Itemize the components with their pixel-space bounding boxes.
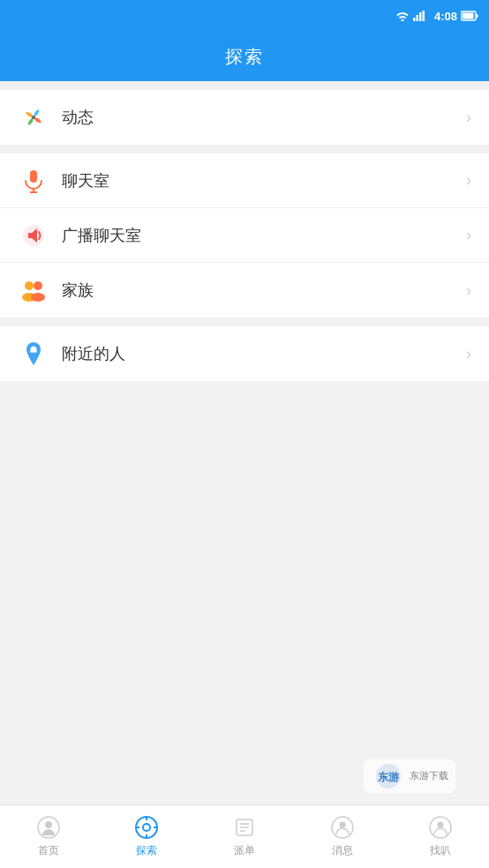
- menu-item-dongtai-arrow: ›: [466, 108, 471, 127]
- location-icon: [18, 338, 49, 370]
- profile-nav-icon: [428, 815, 453, 840]
- menu-item-nearby[interactable]: 附近的人 ›: [0, 326, 489, 381]
- nav-item-home[interactable]: 首页: [0, 805, 98, 868]
- nav-item-party[interactable]: 派单: [196, 805, 294, 868]
- menu-group-1: 动态 ›: [0, 90, 489, 145]
- nav-label-party: 派单: [234, 843, 255, 858]
- status-icons: 4:08: [395, 10, 478, 23]
- menu-item-family-arrow: ›: [466, 281, 471, 300]
- status-bar: 4:08: [0, 0, 489, 32]
- home-nav-icon: [36, 815, 61, 840]
- menu-item-dongtai-label: 动态: [62, 107, 466, 128]
- nav-item-explore[interactable]: 探索: [98, 805, 196, 868]
- svg-point-19: [45, 821, 52, 828]
- nav-label-explore: 探索: [136, 843, 157, 858]
- nav-item-messages[interactable]: 消息: [293, 805, 391, 868]
- menu-item-dongtai[interactable]: 动态 ›: [0, 90, 489, 145]
- header-title: 探索: [225, 45, 264, 69]
- menu-item-broadcast-label: 广播聊天室: [62, 225, 466, 246]
- menu-item-nearby-label: 附近的人: [62, 343, 466, 364]
- menu-item-broadcast-arrow: ›: [466, 226, 471, 244]
- svg-point-31: [339, 822, 345, 828]
- group-icon: [18, 274, 49, 306]
- svg-point-13: [25, 281, 34, 290]
- header: 探索: [0, 32, 489, 81]
- nav-label-messages: 消息: [332, 843, 353, 858]
- explore-nav-icon: [134, 815, 159, 840]
- menu-item-chatroom-arrow: ›: [466, 171, 471, 190]
- messages-nav-icon: [330, 815, 355, 840]
- svg-point-21: [143, 824, 150, 831]
- content-area: 动态 › 聊天室 ›: [0, 90, 489, 813]
- svg-rect-2: [419, 12, 422, 21]
- svg-rect-5: [477, 14, 478, 18]
- menu-item-nearby-arrow: ›: [466, 345, 471, 363]
- svg-point-16: [31, 293, 45, 302]
- battery-icon: [461, 11, 478, 21]
- speaker-icon: [18, 220, 49, 251]
- menu-item-broadcast[interactable]: 广播聊天室 ›: [0, 208, 489, 263]
- wifi-icon: [395, 11, 410, 21]
- mic-icon: [18, 165, 49, 197]
- svg-point-7: [32, 116, 35, 119]
- signal-icon: [413, 11, 425, 21]
- bottom-nav: 首页 探索 派单: [0, 804, 489, 868]
- pinwheel-icon: [18, 101, 49, 133]
- nav-label-profile: 找叭: [430, 843, 451, 858]
- svg-rect-6: [463, 13, 474, 19]
- nav-label-home: 首页: [38, 843, 59, 858]
- status-time: 4:08: [434, 10, 457, 23]
- party-nav-icon: [232, 815, 257, 840]
- nav-item-profile[interactable]: 找叭: [391, 805, 489, 868]
- svg-rect-0: [413, 18, 416, 21]
- svg-rect-3: [422, 11, 425, 21]
- menu-item-family[interactable]: 家族 ›: [0, 263, 489, 318]
- svg-point-33: [437, 822, 443, 828]
- svg-rect-8: [30, 170, 37, 183]
- menu-item-chatroom[interactable]: 聊天室 ›: [0, 153, 489, 208]
- menu-group-2: 聊天室 › 广播聊天室 ›: [0, 153, 489, 318]
- menu-item-family-label: 家族: [62, 280, 466, 301]
- menu-group-3: 附近的人 ›: [0, 326, 489, 381]
- svg-point-14: [34, 281, 42, 290]
- svg-rect-1: [416, 15, 418, 21]
- menu-item-chatroom-label: 聊天室: [62, 170, 466, 191]
